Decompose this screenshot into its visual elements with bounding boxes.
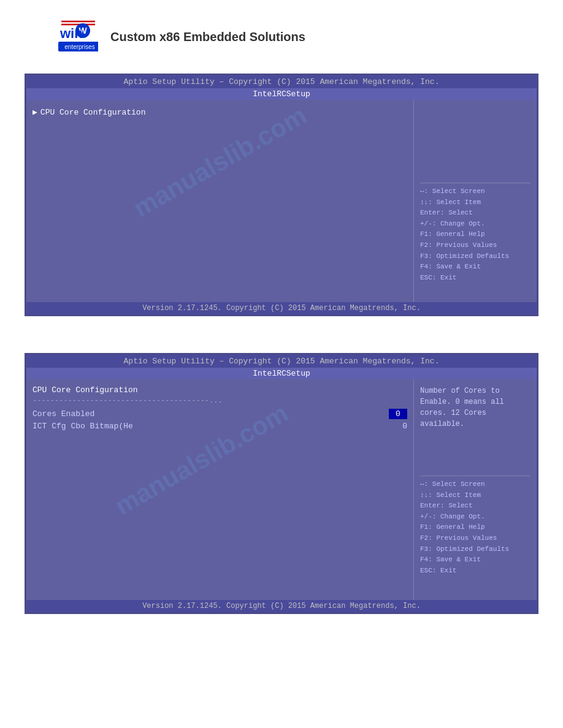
arrow-icon: ▶: [33, 107, 37, 117]
header: W win enterprises Custom x86 Embedded So…: [25, 18, 538, 55]
help-text-2: Number of Cores to Enable. 0 means all c…: [420, 385, 530, 430]
key-esc-2: ESC: Exit: [420, 566, 530, 577]
logo: W win enterprises: [25, 18, 98, 55]
bios-footer-2: Version 2.17.1245. Copyright (C) 2015 Am…: [26, 600, 537, 612]
divider-line-2: ----------------------------------------…: [33, 396, 407, 405]
key-change-1: +/-: Change Opt.: [420, 219, 530, 230]
setting-row-cores: Cores Enabled 0: [33, 409, 407, 419]
bios-screen-2: Aptio Setup Utility – Copyright (C) 2015…: [25, 353, 538, 632]
bios-subtitle-1: IntelRCSetup: [26, 88, 537, 100]
key-f2-2: F2: Previous Values: [420, 533, 530, 544]
key-select-screen-2: ↔: Select Screen: [420, 479, 530, 490]
bios-body-1: ▶ CPU Core Configuration ↔: Select Scree…: [26, 100, 537, 302]
key-f3-2: F3: Optimized Defaults: [420, 544, 530, 555]
key-help-2: ↔: Select Screen ↕↓: Select Item Enter: …: [420, 479, 530, 576]
key-f3-1: F3: Optimized Defaults: [420, 251, 530, 262]
bios-body-2: CPU Core Configuration -----------------…: [26, 379, 537, 600]
bios-right-panel-1: ↔: Select Screen ↕↓: Select Item Enter: …: [414, 100, 537, 302]
setting-row-ict: ICT Cfg Cbo Bitmap(He 0: [33, 422, 407, 431]
key-select-item-2: ↕↓: Select Item: [420, 490, 530, 501]
key-f1-2: F1: General Help: [420, 522, 530, 533]
key-f4-1: F4: Save & Exit: [420, 262, 530, 273]
key-enter-1: Enter: Select: [420, 208, 530, 219]
bios-left-panel-2: CPU Core Configuration -----------------…: [26, 379, 414, 600]
key-f1-1: F1: General Help: [420, 229, 530, 240]
key-select-screen-1: ↔: Select Screen: [420, 186, 530, 197]
bios-footer-1: Version 2.17.1245. Copyright (C) 2015 Am…: [26, 302, 537, 314]
section-title-2: CPU Core Configuration: [33, 385, 407, 395]
key-change-2: +/-: Change Opt.: [420, 512, 530, 523]
bios-left-panel-1: ▶ CPU Core Configuration: [26, 100, 414, 302]
header-title: Custom x86 Embedded Solutions: [110, 30, 305, 44]
setting-value-ict: 0: [397, 422, 407, 431]
key-f2-1: F2: Previous Values: [420, 240, 530, 251]
key-select-item-1: ↕↓: Select Item: [420, 197, 530, 208]
divider-1: [420, 183, 530, 183]
bios-menu-item-cpu[interactable]: ▶ CPU Core Configuration: [33, 106, 407, 118]
key-esc-1: ESC: Exit: [420, 273, 530, 284]
key-help-1: ↔: Select Screen ↕↓: Select Item Enter: …: [420, 186, 530, 283]
bios-screen-1: Aptio Setup Utility – Copyright (C) 2015…: [25, 74, 538, 335]
bios-subtitle-2: IntelRCSetup: [26, 368, 537, 379]
menu-item-label: CPU Core Configuration: [40, 108, 146, 117]
bios-title-2: Aptio Setup Utility – Copyright (C) 2015…: [26, 355, 537, 368]
setting-value-cores: 0: [389, 409, 407, 419]
setting-label-ict: ICT Cfg Cbo Bitmap(He: [33, 422, 397, 431]
key-enter-2: Enter: Select: [420, 501, 530, 512]
svg-text:win: win: [59, 26, 83, 41]
bios-right-panel-2: Number of Cores to Enable. 0 means all c…: [414, 379, 537, 600]
setting-label-cores: Cores Enabled: [33, 409, 389, 419]
key-f4-2: F4: Save & Exit: [420, 555, 530, 566]
divider-2: [420, 476, 530, 476]
svg-text:enterprises: enterprises: [64, 44, 94, 50]
bios-title-1: Aptio Setup Utility – Copyright (C) 2015…: [26, 75, 537, 88]
bios-frame-2: Aptio Setup Utility – Copyright (C) 2015…: [25, 353, 538, 614]
bios-frame-1: Aptio Setup Utility – Copyright (C) 2015…: [25, 74, 538, 316]
